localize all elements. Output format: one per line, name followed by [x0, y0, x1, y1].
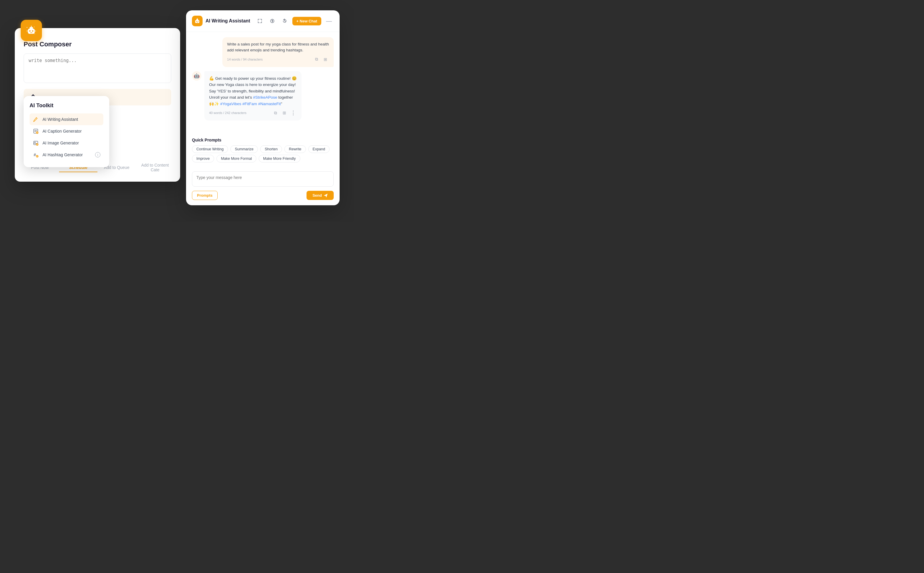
hashtag-info-icon[interactable]: i: [95, 152, 100, 157]
chip-continue-writing[interactable]: Continue Writing: [192, 145, 228, 153]
svg-text:#: #: [34, 152, 36, 157]
toolkit-title: AI Toolkit: [30, 102, 103, 109]
minimize-button[interactable]: —: [324, 16, 334, 26]
hashtag-strikeapose[interactable]: #StrikeAPose: [253, 95, 277, 100]
chat-body: Write a sales post for my yoga class for…: [186, 32, 339, 134]
toolkit-item-writing[interactable]: AI Writing Assistant: [30, 113, 103, 125]
svg-point-25: [197, 18, 197, 19]
chip-improve[interactable]: Improve: [192, 155, 214, 163]
image-generator-label: AI Image Generator: [42, 141, 100, 145]
svg-point-2: [29, 30, 31, 32]
writing-assistant-icon: [33, 116, 39, 122]
toolkit-item-image[interactable]: AI Image Generator: [30, 137, 103, 149]
svg-point-6: [31, 26, 32, 27]
writing-assistant-label: AI Writing Assistant: [42, 117, 100, 122]
quick-prompts-title: Quick Prompts: [192, 138, 334, 142]
prompts-row-2: Improve Make More Formal Make More Frien…: [192, 155, 334, 163]
chip-shorten[interactable]: Shorten: [260, 145, 282, 153]
composer-title: Post Composer: [23, 41, 171, 48]
ai-copy-icon[interactable]: ⧉: [272, 109, 279, 116]
hashtag-generator-icon: #: [33, 152, 39, 158]
user-bubble-meta: 14 words / 94 characters ⧉ ⊞: [227, 56, 329, 63]
message-input[interactable]: [192, 171, 334, 187]
image-generator-icon: [33, 140, 39, 146]
ai-bubble-actions: 40 words / 242 characters ⧉ ⊞ ⋮: [209, 109, 297, 116]
ai-bookmark-icon[interactable]: ⊞: [281, 109, 288, 116]
history-icon-btn[interactable]: [280, 16, 289, 26]
hashtag-generator-label: AI Hashtag Generator: [42, 152, 92, 157]
quick-prompts-section: Quick Prompts Continue Writing Summarize…: [186, 134, 339, 168]
ai-response-bubble: 💪 Get ready to power up your fitness rou…: [204, 71, 302, 121]
ai-toolkit-panel: AI Toolkit AI Writing Assistant: [23, 96, 109, 167]
write-textarea[interactable]: [23, 53, 171, 83]
user-message-text: Write a sales post for my yoga class for…: [227, 41, 329, 53]
robot-icon-badge: ✦ ✦ ✦: [21, 20, 42, 41]
user-bubble-actions: ⧉ ⊞: [313, 56, 329, 63]
chip-make-formal[interactable]: Make More Formal: [216, 155, 256, 163]
svg-rect-4: [30, 33, 33, 33]
new-chat-button[interactable]: + New Chat: [292, 17, 321, 25]
user-message-bubble: Write a sales post for my yoga class for…: [222, 37, 334, 67]
chip-expand[interactable]: Expand: [308, 145, 330, 153]
user-word-count: 14 words / 94 characters: [227, 58, 263, 61]
dollar-icon-btn[interactable]: [267, 16, 277, 26]
ai-word-count: 40 words / 242 characters: [209, 111, 247, 114]
chat-footer-row: Prompts Send: [192, 191, 334, 200]
chip-make-friendly[interactable]: Make More Friendly: [259, 155, 300, 163]
caption-generator-icon: [33, 128, 39, 135]
toolkit-item-caption[interactable]: AI Caption Generator: [30, 125, 103, 137]
svg-point-21: [196, 21, 197, 22]
svg-rect-1: [30, 27, 33, 30]
send-icon: [324, 193, 328, 197]
svg-point-3: [32, 30, 33, 32]
svg-text:✦: ✦: [34, 26, 35, 28]
svg-text:✦: ✦: [26, 27, 28, 28]
hashtag-fitfam[interactable]: #FitFam: [242, 102, 257, 106]
chip-summarize[interactable]: Summarize: [230, 145, 258, 153]
ai-chat-panel: AI Writing Assistant + New Chat: [186, 10, 339, 205]
chip-rewrite[interactable]: Rewrite: [285, 145, 306, 153]
svg-point-15: [34, 142, 36, 143]
svg-text:✦: ✦: [34, 33, 36, 34]
more-options-icon[interactable]: ⋮: [290, 109, 297, 116]
prompts-button[interactable]: Prompts: [192, 191, 217, 200]
ai-response-row: 🤖 💪 Get ready to power up your fitness r…: [192, 71, 334, 121]
ai-response-text: 💪 Get ready to power up your fitness rou…: [209, 75, 297, 107]
hashtag-namastefitness[interactable]: #NamasteFit: [258, 102, 281, 106]
ai-avatar: 🤖: [192, 71, 202, 81]
svg-rect-23: [197, 22, 198, 23]
bookmark-icon[interactable]: ⊞: [322, 56, 329, 63]
svg-point-22: [197, 21, 199, 22]
scene: ✦ ✦ ✦ Post Composer UTM what channel is?…: [15, 10, 339, 211]
chat-header: AI Writing Assistant + New Chat: [186, 10, 339, 32]
send-button[interactable]: Send: [306, 191, 334, 200]
expand-icon-btn[interactable]: [255, 16, 264, 26]
svg-rect-0: [28, 29, 35, 34]
send-label: Send: [313, 193, 322, 197]
prompts-row-1: Continue Writing Summarize Shorten Rewri…: [192, 145, 334, 153]
toolkit-item-hashtag[interactable]: # AI Hashtag Generator i: [30, 149, 103, 161]
copy-icon[interactable]: ⧉: [313, 56, 320, 63]
chat-input-area: Prompts Send: [186, 168, 339, 205]
chat-robot-icon: [192, 16, 203, 26]
caption-generator-label: AI Caption Generator: [42, 129, 100, 133]
hashtag-yogavibes[interactable]: #YogaVibes: [220, 102, 241, 106]
tab-add-to-content[interactable]: Add to Content Cate: [136, 160, 174, 175]
chat-panel-title: AI Writing Assistant: [206, 18, 252, 23]
